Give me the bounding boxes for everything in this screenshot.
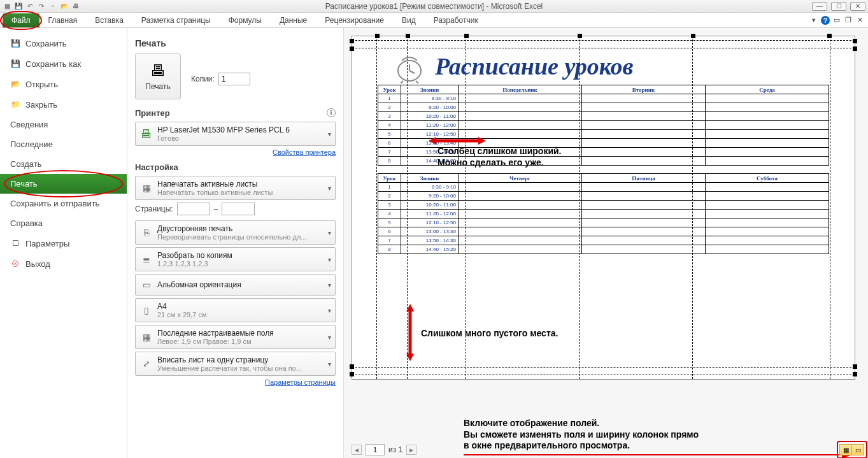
nav-share[interactable]: Сохранить и отправить (0, 194, 127, 213)
dd-sub: Напечатать только активные листы (157, 189, 320, 196)
dd-sub: 1,2,3 1,2,3 1,2,3 (157, 260, 320, 268)
margin-handle[interactable] (350, 39, 354, 43)
nav-new[interactable]: Создать (0, 154, 127, 174)
svg-line-3 (401, 81, 403, 83)
tab-review[interactable]: Рецензирование (316, 13, 393, 27)
tab-developer[interactable]: Разработчик (425, 13, 487, 27)
folder-open-icon: 📂 (10, 79, 20, 89)
tab-file[interactable]: Файл (3, 13, 39, 27)
nav-help[interactable]: Справка (0, 213, 127, 233)
collate-dropdown[interactable]: ≣ Разобрать по копиям 1,2,3 1,2,3 1,2,3 (135, 247, 336, 271)
dd-title: Вписать лист на одну страницу (157, 355, 320, 364)
dd-sub: Переворачивать страницы относительно дл.… (157, 233, 320, 241)
nav-label: Справка (10, 218, 43, 228)
minimize-button[interactable]: — (812, 2, 827, 11)
doc-restore-icon[interactable]: ❐ (844, 16, 853, 25)
undo-icon[interactable]: ↶ (25, 2, 34, 11)
nav-save[interactable]: 💾Сохранить (0, 33, 127, 54)
tab-view[interactable]: Вид (393, 13, 425, 27)
table-header: Четверг (459, 174, 582, 183)
maximize-button[interactable]: ☐ (831, 2, 846, 11)
margin-handle[interactable] (827, 34, 832, 38)
margin-handle[interactable] (853, 364, 857, 369)
col-handle[interactable] (406, 34, 410, 38)
page-number-input[interactable] (366, 444, 385, 455)
dd-sub: 21 см x 29,7 см (157, 311, 320, 318)
printer-dropdown[interactable]: 🖶 HP LaserJet M1530 MFP Series PCL 6 Гот… (135, 122, 336, 146)
prev-page-button[interactable]: ◄ (352, 445, 362, 455)
print-preview-pane: Расписание уроков УрокЗвонкиПонедельникВ… (344, 28, 868, 458)
print-button[interactable]: 🖶 Печать (135, 54, 181, 99)
ribbon-tabs: Файл Главная Вставка Разметка страницы Ф… (0, 13, 868, 28)
quickprint-icon[interactable]: 🖶 (71, 2, 80, 11)
zoom-page-button[interactable]: ▭ (851, 444, 864, 455)
nav-open[interactable]: 📂Открыть (0, 74, 127, 94)
printer-ready-icon: 🖶 (139, 127, 153, 141)
annotation-col-wide: Столбец слишком широкий.Можно сделать ег… (438, 146, 562, 168)
save-icon[interactable]: 💾 (14, 2, 23, 11)
paper-size-dropdown[interactable]: ▯ A4 21 см x 29,7 см (135, 298, 336, 322)
redo-icon[interactable]: ↷ (37, 2, 46, 11)
margin-handle[interactable] (350, 47, 354, 51)
margin-handle[interactable] (375, 34, 380, 38)
nav-label: Сохранить как (25, 59, 81, 69)
new-icon[interactable]: ▫ (48, 2, 57, 11)
customize-icon[interactable]: ▾ (809, 16, 818, 25)
printer-status: Готово (157, 134, 320, 142)
nav-print[interactable]: Печать (0, 174, 127, 194)
pages-from-input[interactable] (177, 203, 210, 215)
tab-home[interactable]: Главная (39, 13, 87, 27)
doc-close-icon[interactable]: ✕ (855, 16, 864, 25)
collate-icon: ≣ (139, 252, 153, 266)
help-icon[interactable]: ? (821, 16, 830, 25)
col-handle[interactable] (578, 34, 582, 38)
next-page-button[interactable]: ► (406, 445, 416, 455)
orientation-dropdown[interactable]: ▭ Альбомная ориентация (135, 274, 336, 296)
nav-label: Последние (10, 140, 53, 149)
nav-exit[interactable]: ⮾Выход (0, 254, 127, 274)
table-header: Суббота (706, 174, 829, 183)
red-arrow-horizontal (429, 135, 486, 147)
nav-recent[interactable]: Последние (0, 134, 127, 154)
close-button[interactable]: ✕ (850, 2, 865, 11)
scaling-dropdown[interactable]: ⤢ Вписать лист на одну страницу Уменьшен… (135, 352, 336, 376)
tab-insert[interactable]: Вставка (86, 13, 132, 27)
col-handle[interactable] (464, 34, 469, 38)
table-header: Пятница (582, 174, 706, 183)
nav-info[interactable]: Сведения (0, 115, 127, 134)
pages-to-input[interactable] (222, 203, 255, 215)
open-icon[interactable]: 📂 (60, 2, 69, 11)
col-handle[interactable] (691, 34, 695, 38)
margin-handle[interactable] (853, 39, 857, 43)
nav-label: Открыть (25, 80, 58, 89)
titlebar: ▦ 💾 ↶ ↷ ▫ 📂 🖶 Расписание уроков1 [Режим … (0, 0, 868, 13)
info-icon[interactable]: i (327, 108, 336, 117)
printer-properties-link[interactable]: Свойства принтера (135, 148, 336, 156)
fit-icon: ⤢ (139, 357, 153, 371)
ribbon-minimize-icon[interactable]: ▭ (832, 16, 841, 25)
show-margins-button[interactable]: ▦ (839, 444, 852, 455)
duplex-dropdown[interactable]: ⎘ Двусторонняя печать Переворачивать стр… (135, 220, 336, 245)
svg-marker-9 (406, 304, 414, 311)
margin-handle[interactable] (853, 372, 857, 376)
margins-dropdown[interactable]: ▦ Последние настраиваемые поля Левое: 1,… (135, 325, 336, 349)
nav-options[interactable]: ☐Параметры (0, 233, 127, 254)
table-row: 613:00 - 13:40 (378, 227, 829, 236)
tab-data[interactable]: Данные (271, 13, 316, 27)
nav-close[interactable]: 📁Закрыть (0, 94, 127, 115)
nav-label: Закрыть (25, 100, 57, 110)
margin-handle[interactable] (853, 47, 857, 51)
nav-save-as[interactable]: 💾Сохранить как (0, 54, 127, 74)
print-button-label: Печать (145, 82, 170, 91)
tab-formulas[interactable]: Формулы (220, 13, 271, 27)
page-setup-link[interactable]: Параметры страницы (135, 378, 336, 386)
margin-handle[interactable] (350, 372, 354, 376)
tab-pagelayout[interactable]: Разметка страницы (132, 13, 220, 27)
nav-label: Сохранить и отправить (10, 199, 99, 208)
dd-sub: Уменьшение распечатки так, чтобы она по.… (157, 364, 320, 372)
what-to-print-dropdown[interactable]: ▦ Напечатать активные листы Напечатать т… (135, 176, 336, 200)
margin-handle[interactable] (350, 364, 354, 369)
nav-label: Печать (10, 179, 38, 189)
table-row: 713:50 - 14:30 (378, 236, 829, 245)
copies-input[interactable] (218, 73, 250, 85)
